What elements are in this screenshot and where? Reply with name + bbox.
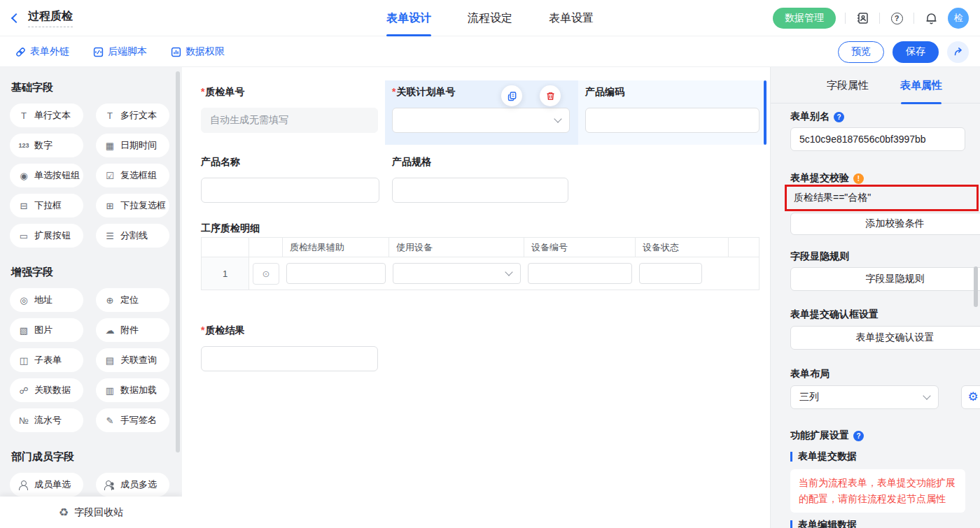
plan-no-select[interactable]: [392, 108, 570, 133]
field-type-pill[interactable]: ◫子表单: [10, 348, 83, 372]
help-icon[interactable]: ?: [889, 10, 904, 26]
field-type-pill[interactable]: ▤关联查询: [96, 348, 169, 372]
submit-confirm-button[interactable]: 表单提交确认设置: [790, 326, 980, 350]
field-type-label: 手写签名: [120, 414, 157, 427]
serial-number-icon: №: [18, 415, 29, 426]
number-icon: 123: [18, 142, 29, 149]
field-type-pill[interactable]: ⊞下拉复选框: [96, 194, 169, 217]
field-type-pill[interactable]: ☰分割线: [96, 224, 169, 248]
backend-script-link[interactable]: 后端脚本: [93, 45, 147, 58]
help-badge-icon[interactable]: ?: [834, 112, 844, 122]
submit-data-subheading: 表单提交数据: [790, 450, 965, 463]
form-layout-select[interactable]: 三列: [790, 385, 939, 409]
save-button[interactable]: 保存: [892, 41, 939, 63]
add-validation-button[interactable]: 添加校验条件: [790, 213, 980, 235]
inspection-no-input[interactable]: 自动生成无需填写: [201, 108, 378, 133]
share-arrow-icon[interactable]: [947, 41, 969, 63]
field-visibility-button[interactable]: 字段显隐规则: [790, 267, 980, 291]
field-inspection-result[interactable]: 质检结果: [201, 324, 378, 371]
copy-icon[interactable]: [501, 85, 522, 106]
row-radio-icon[interactable]: ⊙: [253, 263, 279, 285]
field-type-label: 定位: [120, 294, 139, 306]
warning-badge-icon[interactable]: !: [853, 173, 864, 184]
form-external-link[interactable]: 表单外链: [15, 45, 69, 58]
field-type-label: 数字: [34, 139, 52, 152]
product-code-input[interactable]: [585, 108, 760, 133]
field-type-label: 下拉复选框: [120, 199, 166, 212]
field-type-pill[interactable]: №流水号: [10, 408, 83, 432]
field-product-name[interactable]: 产品名称: [201, 156, 379, 203]
field-type-pill[interactable]: ▧图片: [10, 318, 83, 342]
link-icon: [15, 47, 26, 57]
recycle-icon: ♻: [59, 506, 69, 519]
field-type-pill[interactable]: ▦日期时间: [96, 134, 169, 157]
field-type-pill[interactable]: ▥数据加载: [96, 378, 169, 402]
preview-button[interactable]: 预览: [838, 41, 884, 63]
field-type-pill[interactable]: ◉单选按钮组: [10, 164, 83, 187]
device-status-input[interactable]: [639, 263, 702, 284]
aux-result-input[interactable]: [286, 263, 386, 284]
panel-tabs: 字段属性 表单属性: [771, 67, 980, 104]
field-type-pill[interactable]: ⊟下拉框: [10, 194, 83, 217]
field-type-label: 复选框组: [120, 169, 157, 182]
field-type-pill[interactable]: ◎地址: [10, 288, 83, 312]
field-type-pill[interactable]: ☑复选框组: [96, 164, 169, 187]
back-icon[interactable]: [11, 13, 21, 22]
calendar-icon: ▦: [104, 141, 115, 151]
avatar[interactable]: 检: [948, 8, 969, 29]
tab-form-properties[interactable]: 表单属性: [883, 67, 960, 104]
field-type-label: 关联查询: [120, 354, 157, 366]
subform-table: 质检结果辅助使用设备设备编号设备状态 1⊙: [201, 237, 760, 290]
help-badge-icon[interactable]: ?: [853, 431, 864, 441]
form-title[interactable]: 过程质检: [28, 9, 73, 27]
field-product-code[interactable]: 产品编码: [585, 86, 760, 133]
data-load-icon: ▥: [104, 385, 115, 396]
attachment-cloud-icon: ☁: [104, 325, 115, 336]
field-type-label: 流水号: [34, 414, 62, 427]
field-type-pill[interactable]: ☁附件: [96, 318, 169, 342]
validation-condition-item[interactable]: 质检结果=="合格": [794, 192, 871, 204]
field-type-pill[interactable]: ▭扩展按钮: [10, 224, 83, 248]
selected-field-resize-bar[interactable]: [764, 80, 766, 145]
form-alias-input[interactable]: 5c10c9e8187656c0bf3997bb: [790, 127, 965, 151]
bell-icon[interactable]: [923, 10, 939, 26]
divider: [845, 13, 846, 24]
field-type-pill[interactable]: ☍关联数据: [10, 378, 83, 402]
field-recycle-bin[interactable]: ♻ 字段回收站: [0, 497, 182, 528]
field-type-pill[interactable]: T单行文本: [10, 104, 83, 127]
inspection-result-input[interactable]: [201, 346, 378, 371]
tab-field-properties[interactable]: 字段属性: [809, 67, 886, 104]
field-subform-title[interactable]: 工序质检明细: [201, 222, 260, 236]
extension-settings-heading: 功能扩展设置 ?: [790, 429, 965, 442]
field-type-pill[interactable]: 123数字: [10, 134, 83, 157]
field-type-pill[interactable]: ⊕定位: [96, 288, 169, 312]
field-type-pill[interactable]: T多行文本: [96, 104, 169, 127]
subform-column-header: [202, 238, 249, 257]
field-type-label: 附件: [120, 324, 139, 336]
product-name-input[interactable]: [201, 178, 379, 203]
subform-column-header: 设备编号: [524, 238, 636, 257]
device-select[interactable]: [393, 263, 521, 284]
trash-icon[interactable]: [540, 85, 561, 106]
sidebar-scrollbar[interactable]: [176, 71, 180, 452]
field-type-label: 成员单选: [34, 478, 71, 491]
panel-scrollbar[interactable]: [974, 266, 978, 307]
data-manage-button[interactable]: 数据管理: [773, 8, 836, 29]
permission-icon: [171, 47, 181, 57]
field-type-pill[interactable]: 成员单选: [10, 473, 83, 497]
tab-form-setting[interactable]: 表单设置: [549, 0, 594, 36]
contacts-icon[interactable]: [855, 10, 870, 26]
tab-flow-setting[interactable]: 流程设定: [468, 0, 512, 36]
gear-icon[interactable]: ⚙: [961, 385, 980, 409]
field-inspection-no[interactable]: 质检单号 自动生成无需填写: [201, 86, 378, 133]
data-permission-link[interactable]: 数据权限: [171, 45, 225, 58]
subform-column-header: [249, 238, 283, 257]
field-product-spec[interactable]: 产品规格: [392, 156, 568, 203]
product-spec-input[interactable]: [392, 178, 568, 203]
tab-form-design[interactable]: 表单设计: [386, 0, 431, 36]
field-type-pill[interactable]: ✎手写签名: [96, 408, 169, 432]
subform-column-header: 设备状态: [636, 238, 729, 257]
field-type-pill[interactable]: 成员多选: [96, 473, 169, 497]
device-code-input[interactable]: [528, 263, 632, 284]
chevron-down-icon: [505, 268, 512, 276]
